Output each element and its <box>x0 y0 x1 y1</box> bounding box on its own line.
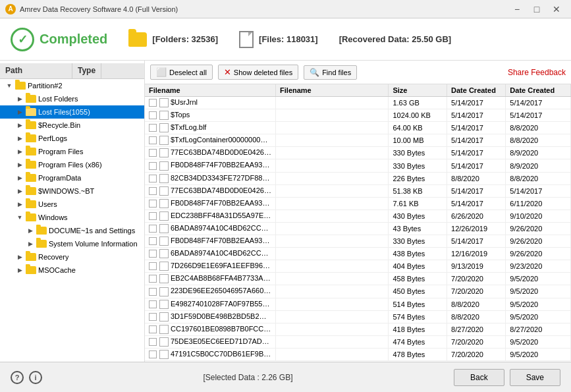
cell-date-10: 12/26/2019 <box>447 222 506 235</box>
sidebar-item-14[interactable]: ▶MSOCache <box>0 264 144 277</box>
table-row[interactable]: FB0D848F74F70BB2EAA93746D...330 Bytes5/1… <box>145 235 571 248</box>
table-row[interactable]: 75DE3E05EC6EED71D7AD0A6B...474 Bytes7/20… <box>145 335 571 348</box>
cell-filename2-5 <box>276 159 389 172</box>
table-row[interactable]: $TxfLog.blf64.00 KB5/14/20178/8/2020 <box>145 122 571 134</box>
cell-filename-16: E49827401028F7A0F97B5576C... <box>145 298 276 310</box>
folder-icon-5 <box>26 148 36 155</box>
table-row[interactable]: 6BADA8974A10C4BD62CC921D...43 Bytes12/26… <box>145 222 571 235</box>
sidebar-item-1[interactable]: ▶Lost Folders <box>0 92 144 105</box>
header-filename: Filename <box>145 84 276 97</box>
sidebar-item-9[interactable]: ▶Users <box>0 198 144 211</box>
footer-actions: Back Save <box>454 369 560 386</box>
cell-date-8: 5/14/2017 <box>447 197 506 210</box>
cell-size-9: 430 Bytes <box>389 210 447 222</box>
cell-size-7: 51.38 KB <box>389 184 447 197</box>
header-date: Date Created <box>447 84 506 97</box>
folder-icon-2 <box>26 108 36 116</box>
table-row[interactable]: 7D266D9E1E69FA1EEFB9699B0...404 Bytes9/1… <box>145 260 571 273</box>
cell-date-15: 7/20/2020 <box>447 285 506 298</box>
table-row[interactable]: 3D1F59D0BE498B2BD5B2DBAC...574 Bytes8/8/… <box>145 310 571 323</box>
sidebar-item-12[interactable]: ▶System Volume Information <box>0 237 144 250</box>
sidebar-label-5: Program Files <box>38 148 83 155</box>
file-table: Filename Filename Size Date Created Date… <box>145 84 571 361</box>
table-row[interactable]: 77EC63BDA74BD0D0E0426EDA...51.38 KB5/14/… <box>145 184 571 197</box>
cell-filename2-3 <box>276 134 389 147</box>
info-icon[interactable]: i <box>29 371 42 384</box>
table-row[interactable]: $UsrJrnl1.63 GB5/14/20175/14/2017 <box>145 97 571 109</box>
deselect-all-button[interactable]: ⬜ Deselect all <box>150 65 213 80</box>
sidebar-item-3[interactable]: ▶$Recycle.Bin <box>0 119 144 132</box>
table-row[interactable]: E49827401028F7A0F97B5576C...514 Bytes8/8… <box>145 298 571 310</box>
sidebar-item-13[interactable]: ▶Recovery <box>0 250 144 264</box>
table-row[interactable]: 6BADA8974A10C4BD62CC921D...438 Bytes12/1… <box>145 248 571 260</box>
cell-created-9: 9/10/2020 <box>506 210 571 222</box>
sidebar-item-2[interactable]: ▶Lost Files(1055) <box>0 105 144 119</box>
cell-date-3: 5/14/2017 <box>447 134 506 147</box>
expand-icon-14: ▶ <box>16 266 24 274</box>
sidebar-item-6[interactable]: ▶Program Files (x86) <box>0 158 144 171</box>
share-feedback-link[interactable]: Share Feedback <box>508 68 566 77</box>
help-icon[interactable]: ? <box>11 371 24 384</box>
cell-date-0: 5/14/2017 <box>447 97 506 109</box>
table-row[interactable]: 77EC63BDA74BD0D0E0426DC8...330 Bytes5/14… <box>145 147 571 159</box>
cell-created-20: 9/5/2020 <box>506 348 571 360</box>
show-deleted-button[interactable]: ✕ Show deleted files <box>218 65 298 80</box>
table-row[interactable]: EB2C4AB8B68FFA4B7733A9139...458 Bytes7/2… <box>145 273 571 285</box>
expand-icon-2: ▶ <box>16 108 24 116</box>
expand-icon-5: ▶ <box>16 148 24 155</box>
save-button[interactable]: Save <box>510 369 560 386</box>
status-text: Completed <box>40 32 107 47</box>
cell-filename2-7 <box>276 184 389 197</box>
table-row[interactable]: 47191C5B0CC70DB61EF9BFC55...478 Bytes7/2… <box>145 348 571 360</box>
cell-created-15: 9/5/2020 <box>506 285 571 298</box>
cell-filename-15: 223DE96EE265046957A660ED7... <box>145 285 276 298</box>
table-row[interactable]: 223DE96EE265046957A660ED7...450 Bytes7/2… <box>145 285 571 298</box>
table-row[interactable]: EDC238BFF48A31D55A97E1E93...430 Bytes6/2… <box>145 210 571 222</box>
find-files-button[interactable]: 🔍 Find files <box>304 65 357 80</box>
header-created: Date Created <box>506 84 571 97</box>
sidebar-item-8[interactable]: ▶$WINDOWS.~BT <box>0 184 144 198</box>
status-section: ✓ Completed <box>11 28 107 51</box>
back-button[interactable]: Back <box>454 369 504 386</box>
sidebar-label-4: PerfLogs <box>38 134 67 142</box>
cell-filename2-17 <box>276 310 389 323</box>
table-row[interactable]: $Tops1024.00 KB5/14/20175/14/2017 <box>145 109 571 122</box>
cell-filename-12: 6BADA8974A10C4BD62CC921D... <box>145 248 276 260</box>
cell-created-11: 9/26/2020 <box>506 235 571 248</box>
cell-filename2-20 <box>276 348 389 360</box>
cell-filename-20: 47191C5B0CC70DB61EF9BFC55... <box>145 348 276 360</box>
cell-filename2-0 <box>276 97 389 109</box>
expand-icon-12: ▶ <box>26 240 34 248</box>
sidebar-item-10[interactable]: ▼Windows <box>0 211 144 224</box>
cell-created-2: 8/8/2020 <box>506 122 571 134</box>
cell-created-7: 5/14/2017 <box>506 184 571 197</box>
close-button[interactable]: ✕ <box>547 3 566 16</box>
table-row[interactable]: CC197601BE0898B7B0FCC91FA...418 Bytes8/2… <box>145 323 571 335</box>
cell-created-10: 9/26/2020 <box>506 222 571 235</box>
header-size: Size <box>389 84 447 97</box>
cell-size-2: 64.00 KB <box>389 122 447 134</box>
maximize-button[interactable]: □ <box>528 3 546 16</box>
sidebar-item-4[interactable]: ▶PerfLogs <box>0 132 144 145</box>
minimize-button[interactable]: − <box>508 3 526 16</box>
table-row[interactable]: FB0D848F74F70BB2EAA93746D...330 Bytes5/1… <box>145 159 571 172</box>
cell-created-0: 5/14/2017 <box>506 97 571 109</box>
expand-icon-4: ▶ <box>16 134 24 142</box>
cell-size-19: 474 Bytes <box>389 335 447 348</box>
folder-icon-0 <box>15 82 26 90</box>
sidebar-item-7[interactable]: ▶ProgramData <box>0 171 144 184</box>
cell-filename2-15 <box>276 285 389 298</box>
sidebar-item-0[interactable]: ▼Partition#2 <box>0 79 144 92</box>
footer-icons: ? i <box>11 371 42 384</box>
cell-created-14: 9/5/2020 <box>506 273 571 285</box>
cell-filename2-8 <box>276 197 389 210</box>
table-row[interactable]: $TxfLogContainer00000000000...10.00 MB5/… <box>145 134 571 147</box>
table-row[interactable]: FB0D848F74F70BB2EAA93746D...7.61 KB5/14/… <box>145 197 571 210</box>
cell-created-18: 8/27/2020 <box>506 323 571 335</box>
table-row[interactable]: 82CB34DD3343FE727DF8890D...226 Bytes8/8/… <box>145 172 571 184</box>
sidebar-item-5[interactable]: ▶Program Files <box>0 145 144 158</box>
cell-size-14: 458 Bytes <box>389 273 447 285</box>
sidebar-label-13: Recovery <box>38 253 68 261</box>
sidebar-item-11[interactable]: ▶DOCUME~1s and Settings <box>0 224 144 237</box>
toolbar: ⬜ Deselect all ✕ Show deleted files 🔍 Fi… <box>145 61 571 84</box>
